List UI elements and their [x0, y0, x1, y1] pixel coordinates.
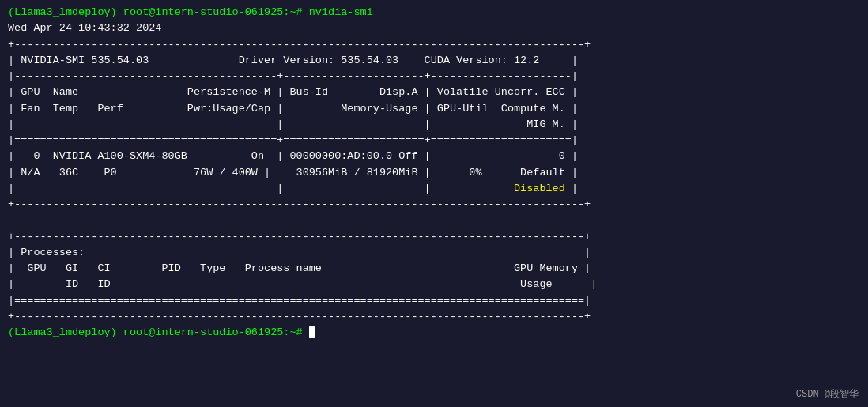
processes-label: | Processes: |: [8, 245, 860, 261]
header-row-1: | GPU Name Persistence-M | Bus-Id Disp.A…: [8, 85, 860, 100]
watermark: CSDN @段智华: [796, 387, 859, 401]
border-top: +---------------------------------------…: [8, 37, 860, 53]
processes-double-separator: |=======================================…: [8, 293, 860, 309]
empty-line: [8, 213, 860, 228]
header-row-3: | | | MIG M. |: [8, 117, 860, 133]
header-row-2: | Fan Temp Perf Pwr:Usage/Cap | Memory-U…: [8, 101, 860, 117]
separator-1: |---------------------------------------…: [8, 69, 860, 85]
gpu-row-1: | 0 NVIDIA A100-SXM4-80GB On | 00000000:…: [8, 149, 860, 164]
gpu-row-3: | | | Disabled |: [8, 181, 860, 197]
gpu-row-2: | N/A 36C P0 76W / 400W | 30956MiB / 819…: [8, 165, 860, 181]
timestamp-line: Wed Apr 24 10:43:32 2024: [8, 21, 860, 36]
processes-border-bottom: +---------------------------------------…: [8, 309, 860, 325]
processes-header-2: | ID ID Usage |: [8, 277, 860, 292]
double-separator: |=======================================…: [8, 133, 860, 149]
command-line: (Llama3_lmdeploy) root@intern-studio-061…: [8, 5, 860, 21]
border-middle: +---------------------------------------…: [8, 197, 860, 213]
processes-header-1: | GPU GI CI PID Type Process name GPU Me…: [8, 261, 860, 277]
prompt-line[interactable]: (Llama3_lmdeploy) root@intern-studio-061…: [8, 325, 860, 341]
terminal-window: (Llama3_lmdeploy) root@intern-studio-061…: [0, 0, 868, 407]
nvidia-smi-version: | NVIDIA-SMI 535.54.03 Driver Version: 5…: [8, 53, 860, 69]
processes-border-top: +---------------------------------------…: [8, 229, 860, 245]
